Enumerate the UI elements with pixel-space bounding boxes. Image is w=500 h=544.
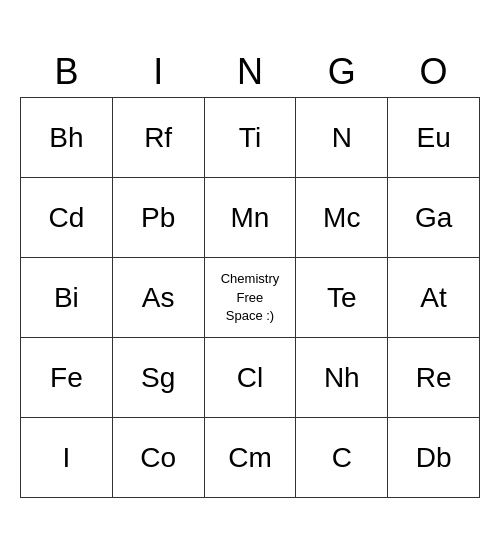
header-o: O	[388, 46, 480, 98]
cell-r2-c0: Bi	[21, 258, 113, 338]
cell-r4-c4: Db	[388, 418, 480, 498]
cell-r2-c3: Te	[296, 258, 388, 338]
table-row: BiAsChemistryFreeSpace :)TeAt	[21, 258, 480, 338]
cell-r1-c1: Pb	[112, 178, 204, 258]
cell-r0-c3: N	[296, 98, 388, 178]
cell-r4-c0: I	[21, 418, 113, 498]
cell-r2-c1: As	[112, 258, 204, 338]
cell-r1-c2: Mn	[204, 178, 296, 258]
cell-r4-c1: Co	[112, 418, 204, 498]
cell-r0-c2: Ti	[204, 98, 296, 178]
table-row: BhRfTiNEu	[21, 98, 480, 178]
header-n: N	[204, 46, 296, 98]
cell-r4-c2: Cm	[204, 418, 296, 498]
table-row: FeSgClNhRe	[21, 338, 480, 418]
header-i: I	[112, 46, 204, 98]
cell-r0-c1: Rf	[112, 98, 204, 178]
table-row: CdPbMnMcGa	[21, 178, 480, 258]
bingo-card: B I N G O BhRfTiNEuCdPbMnMcGaBiAsChemist…	[20, 46, 480, 499]
cell-r1-c0: Cd	[21, 178, 113, 258]
header-g: G	[296, 46, 388, 98]
table-row: ICoCmCDb	[21, 418, 480, 498]
cell-r1-c3: Mc	[296, 178, 388, 258]
cell-r2-c4: At	[388, 258, 480, 338]
cell-r2-c2: ChemistryFreeSpace :)	[204, 258, 296, 338]
cell-r3-c0: Fe	[21, 338, 113, 418]
cell-r3-c4: Re	[388, 338, 480, 418]
cell-r3-c1: Sg	[112, 338, 204, 418]
cell-r1-c4: Ga	[388, 178, 480, 258]
header-row: B I N G O	[21, 46, 480, 98]
cell-r3-c2: Cl	[204, 338, 296, 418]
cell-r0-c0: Bh	[21, 98, 113, 178]
header-b: B	[21, 46, 113, 98]
cell-r4-c3: C	[296, 418, 388, 498]
cell-r0-c4: Eu	[388, 98, 480, 178]
cell-r3-c3: Nh	[296, 338, 388, 418]
